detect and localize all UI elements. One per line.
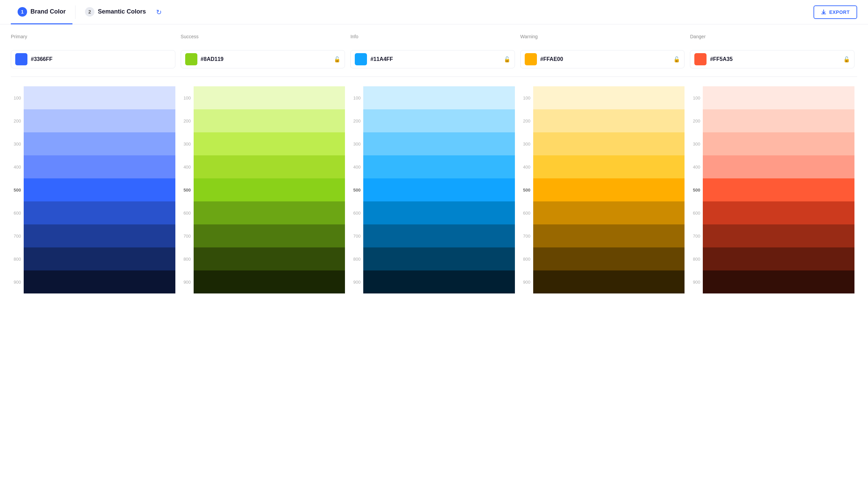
shade-block-success-400[interactable] xyxy=(194,155,345,178)
palette-col-warning: 100200300400500600700800900 xyxy=(518,86,688,293)
shade-row-primary-600: 600 xyxy=(11,201,175,224)
shade-block-success-100[interactable] xyxy=(194,86,345,109)
shade-block-primary-100[interactable] xyxy=(24,86,175,109)
shade-label-primary-900: 900 xyxy=(11,270,24,293)
shade-block-danger-400[interactable] xyxy=(703,155,854,178)
shade-row-primary-400: 400 xyxy=(11,155,175,178)
tab1-label: Brand Color xyxy=(30,8,66,15)
shade-label-success-700: 700 xyxy=(181,224,194,247)
shade-row-info-700: 700 xyxy=(350,224,515,247)
shade-block-danger-900[interactable] xyxy=(703,270,854,293)
shade-block-primary-500[interactable] xyxy=(24,178,175,201)
shade-block-danger-300[interactable] xyxy=(703,132,854,155)
shade-block-warning-900[interactable] xyxy=(533,270,685,293)
shade-block-warning-800[interactable] xyxy=(533,247,685,270)
shade-block-info-400[interactable] xyxy=(363,155,515,178)
color-picker-success[interactable]: #8AD119🔓 xyxy=(181,50,345,68)
shade-block-info-900[interactable] xyxy=(363,270,515,293)
tab-brand-color[interactable]: 1 Brand Color xyxy=(11,0,72,24)
shade-row-success-200: 200 xyxy=(181,109,345,132)
shade-label-success-300: 300 xyxy=(181,132,194,155)
shade-block-primary-800[interactable] xyxy=(24,247,175,270)
shade-block-primary-300[interactable] xyxy=(24,132,175,155)
hex-value-warning: #FFAE00 xyxy=(540,56,563,62)
shade-block-danger-800[interactable] xyxy=(703,247,854,270)
shade-block-primary-400[interactable] xyxy=(24,155,175,178)
shade-row-success-300: 300 xyxy=(181,132,345,155)
color-picker-info[interactable]: #11A4FF🔓 xyxy=(350,50,515,68)
swatch-danger xyxy=(694,53,707,65)
shade-row-primary-900: 900 xyxy=(11,270,175,293)
shade-row-primary-800: 800 xyxy=(11,247,175,270)
shade-block-warning-600[interactable] xyxy=(533,201,685,224)
shade-block-danger-200[interactable] xyxy=(703,109,854,132)
section-label-danger: Danger xyxy=(690,34,854,39)
shade-block-danger-500[interactable] xyxy=(703,178,854,201)
shade-label-primary-200: 200 xyxy=(11,109,24,132)
shade-label-success-500: 500 xyxy=(181,178,194,201)
shade-block-danger-700[interactable] xyxy=(703,224,854,247)
shade-block-danger-600[interactable] xyxy=(703,201,854,224)
palette-col-info: 100200300400500600700800900 xyxy=(348,86,518,293)
shade-row-warning-200: 200 xyxy=(520,109,685,132)
lock-icon-warning[interactable]: 🔓 xyxy=(673,56,680,63)
shade-block-success-300[interactable] xyxy=(194,132,345,155)
shade-label-info-700: 700 xyxy=(350,224,363,247)
shade-label-danger-700: 700 xyxy=(690,224,703,247)
color-picker-danger[interactable]: #FF5A35🔓 xyxy=(690,50,854,68)
export-button[interactable]: EXPORT xyxy=(813,5,857,19)
shade-label-info-900: 900 xyxy=(350,270,363,293)
shade-block-success-900[interactable] xyxy=(194,270,345,293)
shade-block-warning-300[interactable] xyxy=(533,132,685,155)
shade-label-warning-600: 600 xyxy=(520,201,533,224)
shade-block-info-500[interactable] xyxy=(363,178,515,201)
shade-block-success-200[interactable] xyxy=(194,109,345,132)
shade-block-primary-200[interactable] xyxy=(24,109,175,132)
shade-block-info-300[interactable] xyxy=(363,132,515,155)
shade-label-danger-800: 800 xyxy=(690,247,703,270)
input-col-warning: #FFAE00🔓 xyxy=(518,50,688,68)
shade-block-success-500[interactable] xyxy=(194,178,345,201)
shade-block-success-600[interactable] xyxy=(194,201,345,224)
shade-row-primary-300: 300 xyxy=(11,132,175,155)
lock-icon-danger[interactable]: 🔓 xyxy=(843,56,850,63)
color-picker-primary[interactable]: #3366FF xyxy=(11,50,175,68)
shade-row-warning-300: 300 xyxy=(520,132,685,155)
shade-block-primary-600[interactable] xyxy=(24,201,175,224)
main-content: PrimarySuccessInfoWarningDanger #3366FF#… xyxy=(0,24,868,303)
section-label-primary: Primary xyxy=(11,34,175,39)
shade-block-info-100[interactable] xyxy=(363,86,515,109)
shade-row-success-700: 700 xyxy=(181,224,345,247)
shade-block-warning-500[interactable] xyxy=(533,178,685,201)
lock-icon-success[interactable]: 🔓 xyxy=(334,56,341,63)
refresh-icon[interactable]: ↻ xyxy=(156,8,162,16)
label-col-warning: Warning xyxy=(518,34,688,43)
tab-semantic-colors[interactable]: 2 Semantic Colors xyxy=(78,0,153,24)
shade-row-info-300: 300 xyxy=(350,132,515,155)
shade-block-warning-200[interactable] xyxy=(533,109,685,132)
shade-label-info-800: 800 xyxy=(350,247,363,270)
shade-block-info-800[interactable] xyxy=(363,247,515,270)
hex-value-primary: #3366FF xyxy=(31,56,52,62)
tab1-number: 1 xyxy=(18,7,27,17)
shade-label-info-400: 400 xyxy=(350,155,363,178)
shade-block-info-200[interactable] xyxy=(363,109,515,132)
shade-row-danger-600: 600 xyxy=(690,201,854,224)
shade-label-danger-400: 400 xyxy=(690,155,703,178)
color-picker-warning[interactable]: #FFAE00🔓 xyxy=(520,50,685,68)
section-label-success: Success xyxy=(181,34,345,39)
shade-block-info-600[interactable] xyxy=(363,201,515,224)
shade-block-warning-400[interactable] xyxy=(533,155,685,178)
shade-block-success-700[interactable] xyxy=(194,224,345,247)
shade-block-warning-700[interactable] xyxy=(533,224,685,247)
shade-block-primary-700[interactable] xyxy=(24,224,175,247)
shade-block-success-800[interactable] xyxy=(194,247,345,270)
lock-icon-info[interactable]: 🔓 xyxy=(504,56,511,63)
shade-block-warning-100[interactable] xyxy=(533,86,685,109)
shade-block-primary-900[interactable] xyxy=(24,270,175,293)
shade-row-warning-100: 100 xyxy=(520,86,685,109)
shade-block-danger-100[interactable] xyxy=(703,86,854,109)
shade-row-warning-900: 900 xyxy=(520,270,685,293)
shade-label-warning-800: 800 xyxy=(520,247,533,270)
shade-block-info-700[interactable] xyxy=(363,224,515,247)
